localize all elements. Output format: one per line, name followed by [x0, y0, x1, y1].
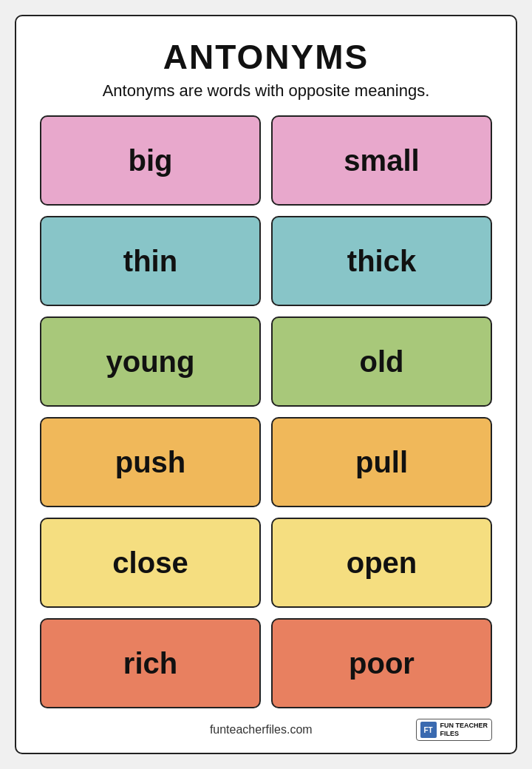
footer-url: funteacherfiles.com [106, 723, 416, 736]
footer-logo: FT FUN TEACHER FILES [416, 719, 493, 741]
word-card-young: young [40, 316, 261, 407]
word-card-pull: pull [271, 417, 492, 507]
word-card-thin: thin [40, 216, 261, 306]
page-title: ANTONYMS [163, 37, 369, 77]
antonyms-grid: big small thin thick young old push pull… [40, 115, 492, 708]
main-page: ANTONYMS Antonyms are words with opposit… [15, 15, 517, 754]
word-card-big: big [40, 115, 261, 206]
word-card-small: small [271, 115, 492, 206]
word-card-open: open [271, 518, 492, 608]
word-card-thick: thick [271, 216, 492, 306]
footer-logo-text: FUN TEACHER FILES [440, 722, 488, 738]
page-subtitle: Antonyms are words with opposite meaning… [103, 81, 430, 101]
word-card-poor: poor [271, 618, 492, 708]
footer-logo-icon: FT [420, 722, 437, 738]
word-card-close: close [40, 518, 261, 608]
footer: funteacherfiles.com FT FUN TEACHER FILES [40, 716, 492, 741]
word-card-rich: rich [40, 618, 261, 708]
word-card-old: old [271, 316, 492, 407]
word-card-push: push [40, 417, 261, 507]
